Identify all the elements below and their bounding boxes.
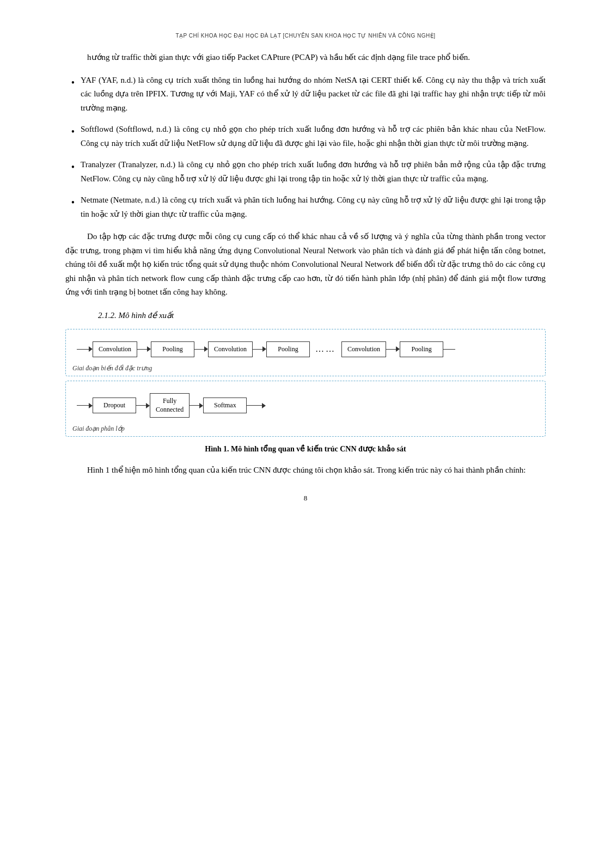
- pooling-box-3: Pooling: [400, 341, 443, 358]
- convolution-box-2: Convolution: [208, 341, 253, 358]
- bullet-text: YAF (YAF, n.d.) là công cụ trích xuất th…: [81, 74, 546, 115]
- flow-row-upper: Convolution Pooling Convolution: [77, 339, 534, 360]
- bullet-dot: •: [65, 159, 81, 176]
- bullet-dot: •: [65, 75, 81, 91]
- softmax-box: Softmax: [203, 398, 247, 414]
- bullet-text: Netmate (Netmate, n.d.) là công cụ trích…: [81, 193, 546, 221]
- diagram-lower: Dropout FullyConnected Softmax: [65, 381, 546, 437]
- upper-diagram-label: Giai đoạn biến đổi đặc trưng: [72, 364, 152, 372]
- list-item: • YAF (YAF, n.d.) là công cụ trích xuất …: [65, 74, 546, 115]
- list-item: • Tranalyzer (Tranalyzer, n.d.) là công …: [65, 158, 546, 186]
- diagram-upper: Convolution Pooling Convolution: [65, 329, 546, 377]
- lower-diagram-label: Giai đoạn phân lớp: [72, 425, 125, 433]
- page: TẠP CHÍ KHOA HỌC ĐẠI HỌC ĐÀ LẠT [CHUYÊN …: [0, 0, 611, 868]
- list-item: • Netmate (Netmate, n.d.) là công cụ trí…: [65, 193, 546, 221]
- flow-row-lower: Dropout FullyConnected Softmax: [77, 391, 534, 420]
- main-paragraph: Do tập hợp các đặc trưng được mỗi công c…: [65, 230, 546, 299]
- intro-paragraph: hướng từ traffic thời gian thực với giao…: [65, 51, 546, 65]
- bullet-text: Tranalyzer (Tranalyzer, n.d.) là công cụ…: [81, 158, 546, 186]
- figure-caption: Hình 1. Mô hình tổng quan về kiến trúc C…: [65, 443, 546, 455]
- list-item: • Softflowd (Softflowd, n.d.) là công cụ…: [65, 123, 546, 150]
- ellipsis: ……: [310, 344, 341, 354]
- bullet-dot: •: [65, 194, 81, 211]
- convolution-box-3: Convolution: [341, 341, 386, 358]
- section-heading: 2.1.2. Mô hình đề xuất: [98, 310, 546, 320]
- page-number: 8: [65, 494, 546, 503]
- pooling-box-1: Pooling: [151, 341, 194, 358]
- bullet-list: • YAF (YAF, n.d.) là công cụ trích xuất …: [65, 74, 546, 222]
- dropout-box: Dropout: [93, 398, 136, 414]
- fully-connected-box: FullyConnected: [150, 393, 190, 418]
- bullet-text: Softflowd (Softflowd, n.d.) là công cụ n…: [81, 123, 546, 150]
- pooling-box-2: Pooling: [266, 341, 310, 358]
- journal-header: TẠP CHÍ KHOA HỌC ĐẠI HỌC ĐÀ LẠT [CHUYÊN …: [65, 33, 546, 39]
- closing-paragraph: Hình 1 thể hiện mô hình tổng quan của ki…: [65, 463, 546, 478]
- convolution-box-1: Convolution: [93, 341, 137, 358]
- bullet-dot: •: [65, 124, 81, 140]
